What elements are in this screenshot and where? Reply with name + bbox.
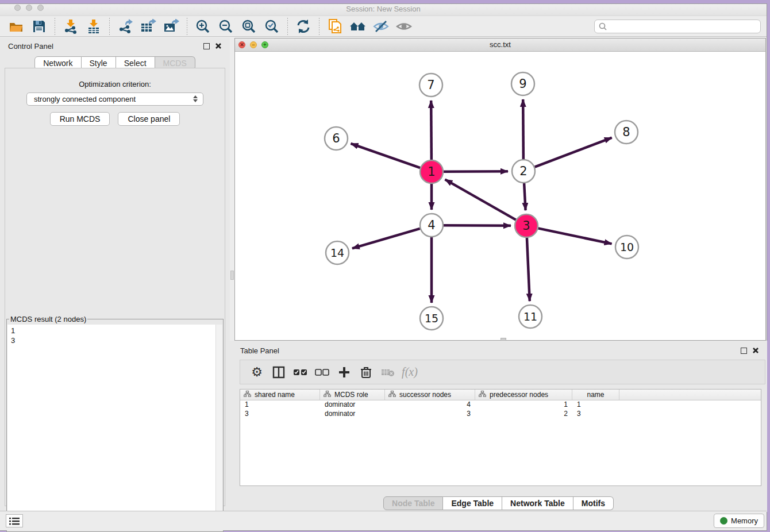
delete-table-icon[interactable] — [379, 364, 396, 381]
function-builder-icon[interactable]: f(x) — [401, 364, 418, 381]
export-image-icon[interactable] — [163, 18, 180, 35]
node-label-8: 8 — [622, 125, 630, 139]
show-all-eye-icon[interactable] — [395, 18, 413, 35]
table-panel: Table Panel ⚙ — [230, 341, 767, 512]
app-window: Session: New Session — [0, 3, 767, 531]
mcds-result-title: MCDS result (2 nodes) — [9, 315, 87, 323]
tab-node-table[interactable]: Node Table — [383, 496, 443, 510]
column-header-predecessor-nodes[interactable]: predecessor nodes — [475, 390, 572, 400]
table-cell[interactable]: 1 — [240, 400, 320, 410]
add-row-icon[interactable] — [336, 364, 353, 381]
zoom-fit-icon[interactable] — [240, 18, 257, 35]
table-toolbar: ⚙ f(x) — [240, 360, 765, 384]
table-cell[interactable]: 3 — [385, 410, 475, 419]
deselect-all-checkboxes-icon[interactable] — [314, 364, 331, 381]
column-header-label: shared name — [255, 391, 295, 399]
export-table-icon[interactable] — [140, 18, 157, 35]
table-cell[interactable]: 1 — [475, 400, 572, 410]
table-row[interactable]: 3dominator323 — [240, 410, 761, 419]
zoom-in-icon[interactable] — [194, 18, 211, 35]
node-label-11: 11 — [523, 310, 537, 323]
float-table-panel-icon[interactable] — [741, 348, 747, 354]
tab-network-table[interactable]: Network Table — [502, 496, 573, 510]
edge-3-11[interactable] — [527, 238, 530, 301]
table-cell[interactable]: 2 — [475, 410, 572, 419]
mcds-panel: Optimization criterion: strongly connect… — [5, 68, 225, 506]
select-all-checkboxes-icon[interactable] — [292, 364, 309, 381]
close-table-panel-icon[interactable] — [752, 347, 759, 354]
gear-icon[interactable]: ⚙ — [248, 364, 265, 381]
mcds-result-list[interactable]: 13 — [7, 325, 222, 530]
table-cell[interactable]: 3 — [572, 410, 619, 419]
delete-row-trash-icon[interactable] — [357, 364, 375, 381]
toolbar-separator — [319, 18, 319, 35]
column-header-successor-nodes[interactable]: successor nodes — [385, 390, 475, 400]
import-network-icon[interactable] — [62, 18, 79, 35]
node-label-14: 14 — [330, 246, 344, 259]
node-table[interactable]: shared nameMCDS rolesuccessor nodesprede… — [240, 389, 761, 486]
mcds-result-box: MCDS result (2 nodes) 13 — [6, 315, 224, 532]
select-stepper-icon — [193, 95, 198, 102]
panel-splitter-handle[interactable] — [230, 271, 234, 280]
table-cell[interactable]: dominator — [320, 400, 385, 410]
export-network-icon[interactable] — [117, 18, 134, 35]
hide-selected-eye-icon[interactable] — [372, 18, 390, 35]
column-header-shared-name[interactable]: shared name — [240, 390, 320, 400]
zoom-out-icon[interactable] — [217, 18, 234, 35]
edge-3-10[interactable] — [538, 228, 612, 244]
edge-4-3[interactable] — [444, 225, 511, 226]
mcds-result-value: 3 — [11, 336, 219, 345]
network-graph[interactable]: 7968124314101511 — [235, 52, 765, 340]
tab-edge-table[interactable]: Edge Table — [443, 496, 502, 510]
edge-3-1[interactable] — [445, 179, 515, 219]
optimization-criterion-value: strongly connected component — [34, 95, 136, 103]
node-label-2: 2 — [519, 164, 527, 178]
table-row[interactable]: 1dominator411 — [240, 400, 761, 410]
optimization-criterion-label: Optimization criterion: — [5, 80, 225, 88]
main-toolbar — [0, 16, 767, 37]
column-header-name[interactable]: name — [572, 390, 619, 400]
close-panel-icon[interactable] — [215, 43, 222, 49]
tab-motifs[interactable]: Motifs — [573, 496, 614, 510]
table-cell[interactable]: 3 — [240, 410, 320, 419]
optimization-criterion-select[interactable]: strongly connected component — [26, 92, 203, 106]
table-cell[interactable]: 4 — [385, 400, 475, 410]
network-canvas[interactable]: 7968124314101511 — [235, 52, 765, 340]
edge-1-7[interactable] — [431, 101, 432, 160]
search-box[interactable] — [594, 20, 761, 33]
float-panel-icon[interactable] — [203, 43, 210, 49]
mcds-result-scrollbar[interactable] — [215, 325, 222, 530]
column-header-MCDS-role[interactable]: MCDS role — [320, 390, 385, 400]
close-panel-button[interactable]: Close panel — [118, 112, 180, 126]
refresh-layout-icon[interactable] — [295, 18, 312, 35]
search-input[interactable] — [610, 21, 756, 31]
run-mcds-button[interactable]: Run MCDS — [50, 112, 110, 126]
edge-2-9[interactable] — [523, 99, 523, 159]
node-table-body[interactable]: 1dominator4113dominator323 — [240, 400, 761, 419]
network-window-titlebar[interactable]: ✕ − + scc.txt — [235, 38, 765, 52]
network-view-window: ✕ − + scc.txt 7968124314101511 — [234, 38, 766, 341]
edge-1-6[interactable] — [351, 144, 420, 168]
node-label-7: 7 — [427, 78, 434, 92]
edge-1-2[interactable] — [444, 171, 508, 172]
columns-icon[interactable] — [270, 364, 287, 381]
table-cell[interactable]: dominator — [320, 410, 385, 419]
zoom-selected-icon[interactable] — [263, 18, 280, 35]
edge-2-3[interactable] — [524, 183, 525, 210]
window-title: Session: New Session — [0, 5, 767, 13]
table-cell[interactable]: 1 — [572, 400, 619, 410]
save-session-icon[interactable] — [30, 18, 48, 35]
node-table-header[interactable]: shared nameMCDS rolesuccessor nodesprede… — [240, 390, 761, 400]
window-titlebar: Session: New Session — [0, 4, 767, 16]
node-label-4: 4 — [428, 218, 435, 232]
import-table-icon[interactable] — [85, 18, 102, 35]
network-overview-icon[interactable] — [326, 18, 344, 35]
edge-4-14[interactable] — [352, 229, 420, 249]
open-file-icon[interactable] — [7, 18, 25, 35]
edge-2-8[interactable] — [535, 138, 612, 167]
home-layout-icon[interactable] — [349, 18, 367, 35]
task-history-button[interactable] — [6, 514, 23, 527]
toolbar-separator — [287, 18, 288, 35]
status-bar: Memory — [0, 511, 767, 530]
memory-button[interactable]: Memory — [714, 514, 764, 528]
